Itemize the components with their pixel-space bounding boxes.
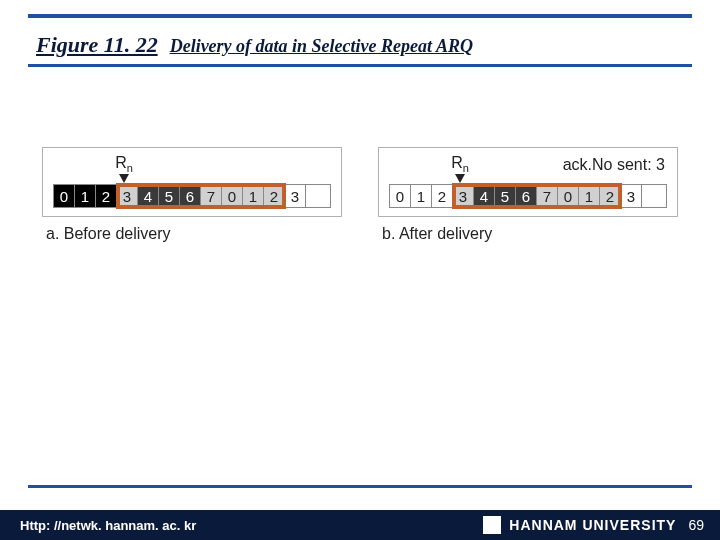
- university-logo-icon: [483, 516, 501, 534]
- cell: 5: [495, 185, 516, 207]
- cell: 6: [180, 185, 201, 207]
- panel-after: ack.No sent: 3 Rn 0 1 2 3 4 5 6 7 0 1 2 …: [378, 147, 678, 243]
- cell: 1: [579, 185, 600, 207]
- figure-heading: Figure 11. 22 Delivery of data in Select…: [36, 32, 692, 58]
- rn-sub: n: [127, 162, 133, 174]
- panel-before-caption: a. Before delivery: [46, 225, 342, 243]
- cells-after: 0 1 2 3 4 5 6 7 0 1 2 3: [389, 184, 667, 208]
- ack-label: ack.No sent: 3: [563, 156, 665, 174]
- figure-caption: Delivery of data in Selective Repeat ARQ: [170, 36, 473, 57]
- cell: 4: [474, 185, 495, 207]
- cell: 3: [117, 185, 138, 207]
- cell: 0: [222, 185, 243, 207]
- cell: 5: [159, 185, 180, 207]
- cell: 1: [411, 185, 432, 207]
- cells-before: 0 1 2 3 4 5 6 7 0 1 2 3: [53, 184, 331, 208]
- panel-after-caption: b. After delivery: [382, 225, 678, 243]
- cell: 3: [453, 185, 474, 207]
- cell: 1: [75, 185, 96, 207]
- figure-number: Figure 11. 22: [36, 32, 158, 58]
- cell: 3: [285, 185, 306, 207]
- cell: 0: [390, 185, 411, 207]
- footer-rule: [28, 485, 692, 488]
- cell: 2: [600, 185, 621, 207]
- cell: 2: [432, 185, 453, 207]
- cell: 7: [537, 185, 558, 207]
- diagrams: Rn 0 1 2 3 4 5 6 7 0 1 2 3 a. Before del…: [0, 147, 720, 243]
- cell: 1: [243, 185, 264, 207]
- footer-university: HANNAM UNIVERSITY: [509, 517, 676, 533]
- arrow-down-icon: [455, 174, 465, 183]
- rn-label: R: [451, 154, 463, 171]
- cell: 6: [516, 185, 537, 207]
- footer-url: Http: //netwk. hannam. ac. kr: [20, 518, 483, 533]
- rn-sub: n: [463, 162, 469, 174]
- cell: 3: [621, 185, 642, 207]
- cell: 0: [54, 185, 75, 207]
- rn-label: R: [115, 154, 127, 171]
- rn-pointer-after: Rn: [448, 154, 472, 183]
- cell: 0: [558, 185, 579, 207]
- cell: 2: [264, 185, 285, 207]
- footer: Http: //netwk. hannam. ac. kr HANNAM UNI…: [0, 510, 720, 540]
- sub-rule: [28, 64, 692, 67]
- cell: 7: [201, 185, 222, 207]
- footer-page: 69: [688, 517, 704, 533]
- top-rule: [28, 14, 692, 18]
- arrow-down-icon: [119, 174, 129, 183]
- cell: 2: [96, 185, 117, 207]
- cell: 4: [138, 185, 159, 207]
- panel-before: Rn 0 1 2 3 4 5 6 7 0 1 2 3 a. Before del…: [42, 147, 342, 243]
- rn-pointer-before: Rn: [112, 154, 136, 183]
